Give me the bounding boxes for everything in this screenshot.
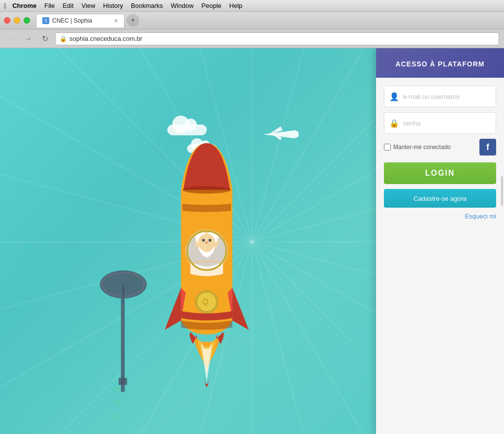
address-bar[interactable]: 🔒 sophia.cneceduca.com.br xyxy=(55,32,499,45)
svg-point-13 xyxy=(202,239,205,242)
tab-title: CNEC | Sophia xyxy=(52,17,92,24)
menu-history[interactable]: History xyxy=(103,2,123,9)
browser-content: ✕ ✕ ✕ xyxy=(0,48,504,434)
svg-text:Q: Q xyxy=(202,297,209,307)
new-tab-button[interactable]: + xyxy=(126,14,139,27)
refresh-button[interactable]: ↻ xyxy=(38,32,51,45)
svg-point-15 xyxy=(205,242,208,244)
menu-edit[interactable]: Edit xyxy=(63,2,73,9)
panel-scrollbar[interactable] xyxy=(501,176,503,206)
user-icon: 👤 xyxy=(389,92,399,101)
forward-button[interactable]: → xyxy=(22,32,34,45)
menu-items: Chrome File Edit View History Bookmarks … xyxy=(12,2,242,9)
lock-icon: 🔒 xyxy=(60,35,67,42)
chrome-window: S CNEC | Sophia × + ← → ↻ 🔒 sophia.cnece… xyxy=(0,12,504,434)
facebook-login-button[interactable]: f xyxy=(479,139,496,155)
tab-favicon: S xyxy=(42,17,49,24)
close-button[interactable] xyxy=(4,17,10,24)
panel-body: 👤 🔒 Manter-me conectado f xyxy=(376,78,504,228)
page-background: ✕ ✕ ✕ xyxy=(0,48,504,434)
email-input[interactable] xyxy=(403,93,491,100)
back-button[interactable]: ← xyxy=(5,32,18,45)
remember-me-label[interactable]: Manter-me conectado xyxy=(384,144,451,151)
panel-header-title: ACESSO À PLATAFORM xyxy=(384,60,496,68)
menu-people[interactable]: People xyxy=(201,2,221,9)
email-input-group: 👤 xyxy=(384,86,496,107)
menu-file[interactable]: File xyxy=(44,2,55,9)
forgot-password-link[interactable]: Esqueci mi xyxy=(465,213,496,220)
options-row: Manter-me conectado f xyxy=(384,139,496,155)
menu-bookmarks[interactable]: Bookmarks xyxy=(131,2,163,9)
active-tab[interactable]: S CNEC | Sophia × xyxy=(36,14,125,28)
register-button[interactable]: Cadastre-se agora xyxy=(384,189,496,208)
tab-close-icon[interactable]: × xyxy=(114,17,118,24)
apple-menu[interactable]:  xyxy=(4,2,6,10)
remember-me-checkbox[interactable] xyxy=(384,144,391,151)
svg-point-14 xyxy=(209,239,212,242)
svg-point-8 xyxy=(183,186,231,193)
menu-view[interactable]: View xyxy=(82,2,95,9)
svg-text:✕: ✕ xyxy=(113,412,121,422)
rocket-illustration: Q xyxy=(143,134,271,404)
traffic-lights xyxy=(4,17,30,24)
password-input-group: 🔒 xyxy=(384,112,496,134)
svg-text:✕: ✕ xyxy=(113,384,121,394)
password-input[interactable] xyxy=(403,120,491,127)
panel-header: ACESSO À PLATAFORM xyxy=(376,48,504,78)
url-text: sophia.cneceduca.com.br xyxy=(69,35,142,42)
lock-icon: 🔒 xyxy=(389,119,399,128)
nav-bar: ← → ↻ 🔒 sophia.cneceduca.com.br xyxy=(0,30,504,48)
menu-help[interactable]: Help xyxy=(229,2,243,9)
menu-window[interactable]: Window xyxy=(171,2,193,9)
tab-bar: S CNEC | Sophia × + xyxy=(36,14,500,28)
login-panel: ACESSO À PLATAFORM 👤 🔒 xyxy=(376,48,504,434)
title-bar: S CNEC | Sophia × + xyxy=(0,12,504,30)
svg-text:✕: ✕ xyxy=(113,398,121,408)
menu-chrome[interactable]: Chrome xyxy=(12,2,36,9)
remember-me-text: Manter-me conectado xyxy=(393,144,451,151)
minimize-button[interactable] xyxy=(14,17,20,24)
maximize-button[interactable] xyxy=(24,17,30,24)
menu-bar:  Chrome File Edit View History Bookmark… xyxy=(0,0,504,12)
login-button[interactable]: LOGIN xyxy=(384,162,496,184)
